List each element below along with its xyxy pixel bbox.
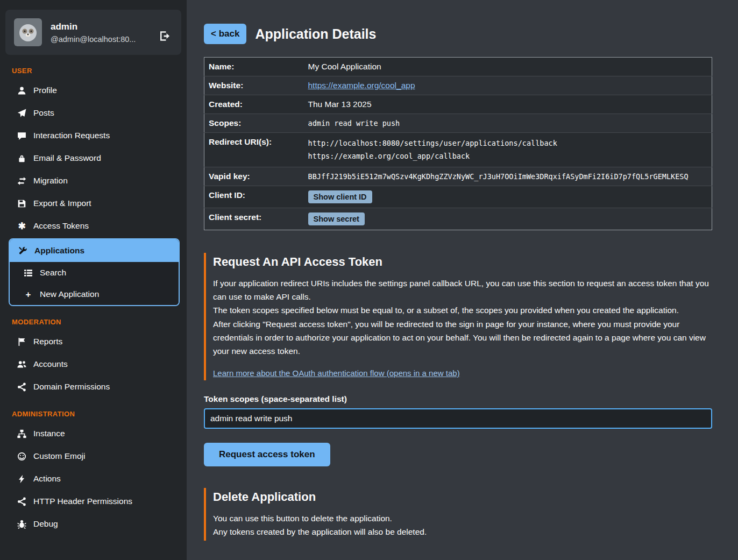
- sidebar-item-label: Search: [40, 268, 66, 278]
- bug-icon: [17, 520, 26, 529]
- avatar: [14, 18, 42, 46]
- token-section: Request An API Access Token If your appl…: [204, 253, 711, 380]
- username: admin: [51, 22, 136, 32]
- sign-out-icon[interactable]: [159, 30, 171, 42]
- certificate-icon: ✱: [17, 222, 26, 231]
- application-details-table: Name: My Cool Application Website: https…: [204, 57, 712, 230]
- section-header-moderation: MODERATION: [12, 318, 187, 326]
- nav-moderation: Reports Accounts Domain Permissions: [0, 330, 187, 398]
- token-section-paragraph: After clicking "Request access token", y…: [213, 317, 711, 358]
- detail-label: Client ID:: [204, 186, 304, 208]
- sidebar-item-label: New Application: [40, 289, 99, 299]
- sidebar-item-label: Instance: [33, 429, 65, 438]
- sidebar-item-label: HTTP Header Permissions: [33, 497, 132, 506]
- sidebar-item-label: Reports: [33, 337, 62, 346]
- plus-icon: +: [24, 290, 33, 299]
- token-section-paragraph: If your application redirect URIs includ…: [213, 277, 711, 303]
- detail-value-redirect-uris: http://localhost:8080/settings/user/appl…: [304, 133, 712, 167]
- token-scopes-input[interactable]: [204, 408, 712, 429]
- nav-administration: Instance Custom Emoji Actions HTTP Heade…: [0, 422, 187, 535]
- oauth-docs-link[interactable]: Learn more about the OAuth authenticatio…: [213, 368, 460, 378]
- sidebar-item-access-tokens[interactable]: ✱ Access Tokens: [0, 215, 187, 237]
- sidebar-item-custom-emoji[interactable]: Custom Emoji: [0, 445, 187, 467]
- exchange-icon: [17, 176, 26, 186]
- detail-label: Name:: [204, 58, 304, 76]
- users-icon: [17, 360, 26, 369]
- sidebar-item-debug[interactable]: Debug: [0, 513, 187, 535]
- table-row-created: Created: Thu Mar 13 2025: [204, 95, 712, 114]
- bolt-icon: [17, 474, 26, 484]
- nav-user: Profile Posts Interaction Requests Email…: [0, 79, 187, 306]
- sidebar-item-reports[interactable]: Reports: [0, 330, 187, 353]
- smiley-icon: [17, 452, 26, 461]
- detail-label: Client secret:: [204, 208, 304, 230]
- show-secret-button[interactable]: Show secret: [308, 212, 365, 225]
- share-nodes-icon: [17, 382, 26, 392]
- redirect-uri: http://localhost:8080/settings/user/appl…: [308, 137, 708, 150]
- sidebar-item-email-password[interactable]: Email & Password: [0, 147, 187, 169]
- tools-icon: [18, 246, 27, 256]
- request-access-token-button[interactable]: Request access token: [204, 443, 330, 466]
- sidebar-item-migration[interactable]: Migration: [0, 169, 187, 192]
- detail-label: Website:: [204, 76, 304, 95]
- sidebar-item-new-application[interactable]: + New Application: [10, 283, 179, 305]
- sidebar-item-label: Accounts: [33, 359, 68, 369]
- sidebar-item-applications[interactable]: Applications: [10, 239, 179, 262]
- main-content: < back Application Details Name: My Cool…: [187, 0, 738, 560]
- sidebar-item-accounts[interactable]: Accounts: [0, 353, 187, 375]
- table-row-scopes: Scopes: admin read write push: [204, 114, 712, 133]
- detail-value: My Cool Application: [304, 58, 712, 76]
- applications-subnav: Search + New Application: [10, 262, 179, 305]
- table-row-name: Name: My Cool Application: [204, 58, 712, 76]
- delete-section-title: Delete Application: [213, 490, 711, 504]
- applications-group: Applications Search + New Application: [9, 238, 180, 306]
- user-card[interactable]: admin @admin@localhost:80...: [5, 10, 181, 55]
- redirect-uri: https://example.org/cool_app/callback: [308, 150, 708, 163]
- sidebar-item-profile[interactable]: Profile: [0, 79, 187, 102]
- sidebar-item-label: Access Tokens: [33, 221, 89, 231]
- sidebar-item-domain-permissions[interactable]: Domain Permissions: [0, 375, 187, 398]
- sidebar-item-label: Custom Emoji: [33, 451, 85, 461]
- sidebar-item-http-header-permissions[interactable]: HTTP Header Permissions: [0, 490, 187, 513]
- floppy-disk-icon: [17, 199, 26, 208]
- sidebar-item-label: Export & Import: [33, 199, 91, 208]
- section-header-user: USER: [12, 67, 187, 75]
- section-header-administration: ADMINISTRATION: [12, 410, 187, 418]
- table-row-client-id: Client ID: Show client ID: [204, 186, 712, 208]
- sidebar-item-label: Applications: [34, 246, 84, 256]
- sidebar-item-label: Email & Password: [33, 153, 101, 163]
- detail-label: Redirect URI(s):: [204, 133, 304, 167]
- sidebar-item-export-import[interactable]: Export & Import: [0, 192, 187, 215]
- sidebar-item-label: Posts: [33, 108, 54, 118]
- user-handle: @admin@localhost:80...: [51, 35, 136, 44]
- show-client-id-button[interactable]: Show client ID: [308, 190, 372, 203]
- sidebar-item-label: Domain Permissions: [33, 382, 110, 392]
- user-icon: [17, 86, 26, 95]
- list-icon: [24, 268, 33, 278]
- page-header: < back Application Details: [204, 24, 715, 44]
- detail-label: Scopes:: [204, 114, 304, 133]
- sidebar-item-label: Interaction Requests: [33, 131, 110, 140]
- sidebar: admin @admin@localhost:80... USER Profil…: [0, 0, 187, 560]
- sidebar-item-label: Actions: [33, 474, 61, 484]
- delete-section: Delete Application You can use this butt…: [204, 488, 711, 541]
- lock-icon: [17, 154, 26, 163]
- website-link[interactable]: https://example.org/cool_app: [308, 81, 415, 90]
- sidebar-item-label: Debug: [33, 519, 58, 529]
- table-row-vapid-key: Vapid key: BBJffJ219b5iE512m7wQSzv4KgKDh…: [204, 167, 712, 186]
- sidebar-item-applications-search[interactable]: Search: [10, 262, 179, 283]
- comment-icon: [17, 131, 26, 140]
- delete-section-line: You can use this button to delete the ap…: [213, 512, 711, 525]
- sidebar-item-posts[interactable]: Posts: [0, 102, 187, 124]
- sidebar-item-actions[interactable]: Actions: [0, 467, 187, 490]
- detail-value-scopes: admin read write push: [304, 114, 712, 133]
- sidebar-item-interaction-requests[interactable]: Interaction Requests: [0, 124, 187, 147]
- paper-plane-icon: [17, 109, 26, 118]
- sidebar-item-instance[interactable]: Instance: [0, 422, 187, 445]
- detail-value: Thu Mar 13 2025: [304, 95, 712, 114]
- flag-icon: [17, 337, 26, 346]
- back-button[interactable]: < back: [204, 24, 246, 44]
- page-title: Application Details: [255, 26, 376, 42]
- token-section-title: Request An API Access Token: [213, 255, 711, 269]
- delete-section-line: Any tokens created by the application wi…: [213, 525, 711, 538]
